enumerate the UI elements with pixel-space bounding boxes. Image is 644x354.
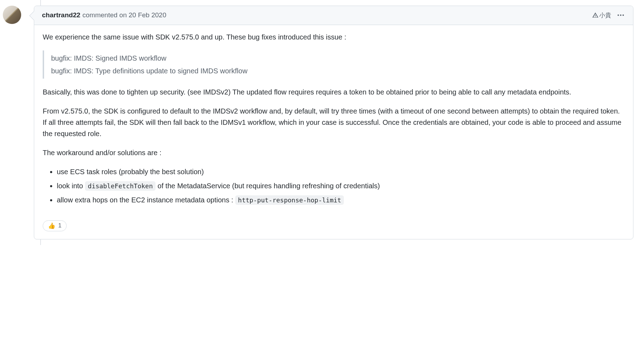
quote-block: bugfix: IMDS: Signed IMDS workflow bugfi… (43, 50, 625, 79)
alert-triangle-icon (592, 12, 599, 18)
body-paragraph: From v2.575.0, the SDK is configured to … (43, 105, 625, 139)
reactions-bar: 👍 1 (34, 220, 633, 239)
intro-paragraph: We experience the same issue with SDK v2… (43, 31, 625, 43)
quote-line: bugfix: IMDS: Signed IMDS workflow (51, 53, 618, 64)
list-text: look into (57, 182, 85, 190)
action-text: commented (83, 10, 117, 20)
reaction-thumbs-up[interactable]: 👍 1 (43, 220, 67, 231)
solutions-list: use ECS task roles (probably the best so… (43, 166, 625, 206)
comment-header: chartrand22 commented on 20 Feb 2020 小貴 (34, 6, 633, 25)
inline-code: http-put-response-hop-limit (235, 195, 344, 205)
list-text: allow extra hops on the EC2 instance met… (57, 196, 235, 204)
quote-line: bugfix: IMDS: Type definitions update to… (51, 65, 618, 77)
edited-indicator[interactable]: 小貴 (592, 11, 611, 20)
avatar[interactable] (3, 6, 21, 24)
list-text: of the MetadataService (but requires han… (156, 182, 380, 190)
comment-timeline: chartrand22 commented on 20 Feb 2020 小貴 … (3, 6, 633, 239)
workaround-intro: The workaround and/or solutions are : (43, 147, 625, 158)
more-actions-button[interactable] (616, 12, 625, 18)
inline-code: disableFetchToken (85, 181, 156, 191)
comment-body: We experience the same issue with SDK v2… (34, 25, 633, 220)
list-item: allow extra hops on the EC2 instance met… (57, 194, 625, 206)
header-actions: 小貴 (592, 11, 625, 20)
edited-badge-text: 小貴 (599, 11, 611, 20)
timestamp-link[interactable]: on 20 Feb 2020 (119, 10, 166, 20)
body-paragraph: Basically, this was done to tighten up s… (43, 86, 625, 98)
thumbs-up-icon: 👍 (48, 222, 55, 230)
list-item: use ECS task roles (probably the best so… (57, 166, 625, 177)
author-link[interactable]: chartrand22 (42, 10, 80, 20)
reaction-count: 1 (58, 222, 61, 229)
list-item: look into disableFetchToken of the Metad… (57, 180, 625, 191)
comment-container: chartrand22 commented on 20 Feb 2020 小貴 … (34, 6, 633, 239)
